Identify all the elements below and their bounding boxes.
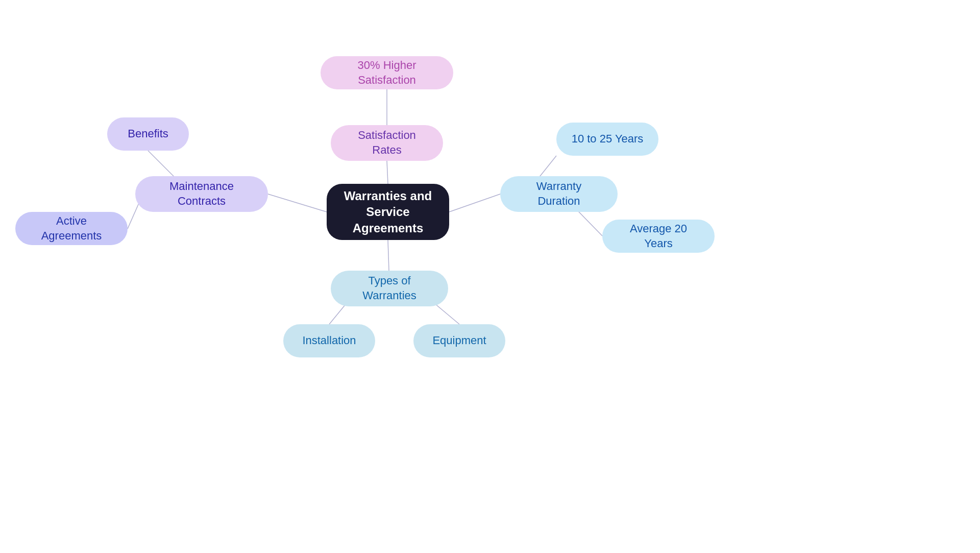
- ten-to-25-years-node: 10 to 25 Years: [556, 123, 658, 156]
- installation-node: Installation: [283, 324, 375, 357]
- svg-line-0: [387, 161, 388, 184]
- svg-line-2: [449, 194, 500, 212]
- thirty-percent-node: 30% Higher Satisfaction: [321, 56, 453, 89]
- connection-lines: [0, 0, 980, 553]
- center-node: Warranties and ServiceAgreements: [327, 184, 449, 240]
- equipment-node: Equipment: [413, 324, 505, 357]
- benefits-node: Benefits: [107, 117, 189, 151]
- svg-line-5: [268, 194, 327, 212]
- maintenance-contracts-node: Maintenance Contracts: [135, 176, 268, 212]
- active-agreements-node: Active Agreements: [15, 212, 128, 245]
- types-warranties-node: Types of Warranties: [331, 271, 448, 306]
- avg-20-years-node: Average 20 Years: [602, 220, 715, 253]
- warranty-duration-node: Warranty Duration: [500, 176, 618, 212]
- svg-line-8: [388, 240, 389, 271]
- satisfaction-rates-node: Satisfaction Rates: [331, 125, 443, 161]
